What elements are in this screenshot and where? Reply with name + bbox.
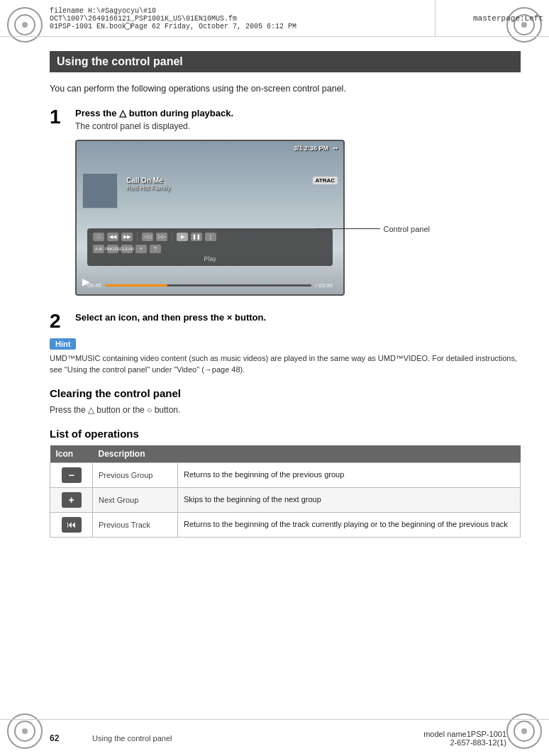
ctrl-prev2-icon: ◁◁ [142,233,153,241]
step-2: 2 Select an icon, and then press the × b… [50,311,521,331]
screen-play-btn: ▶ [82,276,90,287]
ctrl-next2-icon: ▷▷ [156,233,167,241]
prev-group-icon: − [62,467,82,483]
step-1-desc: The control panel is displayed. [75,121,521,131]
operations-table: Icon Description − Previous Group Return… [50,445,521,538]
icon-cell-1: − [50,462,93,487]
ctrl-step-icon: | [205,233,216,241]
control-label: Play [93,255,327,262]
bookinfo: 01PSP-1001 EN.book Page 62 Friday, Octob… [50,23,429,30]
ctrl-play-icon: ▶ [177,233,188,241]
page-number: 62 [0,733,85,743]
callout-label: Control panel [384,225,430,233]
step-1-number: 1 [50,107,71,127]
main-content: Using the control panel You can perform … [50,37,521,719]
clearing-heading: Clearing the control panel [50,387,521,399]
psp-screen: 3/1 2:36 PM ▪▪ Call On Me Red Hot Family… [75,140,345,296]
prev-track-desc: Returns to the beginning of the track cu… [178,512,521,537]
ctrl-next-icon: ▶▶ [121,233,133,241]
ctrl-question-icon: ? [150,245,161,253]
time-total: / 03:00 [316,282,333,289]
page-label: Using the control panel [85,734,421,743]
hint-text: UMD™MUSIC containing video content (such… [50,352,521,376]
ctrl-prev-icon: ◀◀ [107,233,118,241]
clearing-section: Clearing the control panel Press the △ b… [50,387,521,416]
ctrl-sep-1 [137,232,138,242]
model-line1: model name1PSP-1001 [421,730,506,738]
battery-icon: ▪▪ [333,145,338,152]
ctrl-pmode-icon: PMODE [107,245,118,253]
icon-cell-2: + [50,487,93,512]
track-artist: Red Hot Family [126,184,170,191]
progress-bar-bg [106,284,311,287]
track-title: Call On Me [126,177,170,184]
psp-screen-container: 3/1 2:36 PM ▪▪ Call On Me Red Hot Family… [75,140,345,296]
prev-group-desc: Returns to the beginning of the previous… [178,462,521,487]
ctrl-plus-icon: + [135,245,147,253]
clearing-desc: Press the △ button or the ○ button. [50,404,521,416]
ctrl-stop-icon: □ [93,233,104,241]
filename: filename H:\#Sagyocyu\#10 [50,7,429,15]
hint-label: Hint [50,338,76,350]
screen-status-bar: 3/1 2:36 PM ▪▪ [294,145,338,152]
intro-text: You can perform the following operations… [50,82,521,96]
step-2-title: Select an icon, and then press the × but… [75,311,521,324]
col-header-description: Description [93,445,521,463]
step-1-content: Press the △ button during playback. The … [75,107,521,304]
model-line2: 2-657-883-12(1) [421,738,506,747]
col-header-icon: Icon [50,445,93,463]
control-panel-callout: Control panel [316,225,430,233]
next-group-name: Next Group [93,487,178,512]
next-group-desc: Skips to the beginning of the next group [178,487,521,512]
atrac-badge: ATRAC [313,177,338,184]
section-heading: Using the control panel [50,51,521,72]
masterpage: masterpage:Left [473,14,543,23]
header-left: filename H:\#Sagyocyu\#10 OCT\1007\26491… [0,0,436,36]
progress-row: 00:45 / 03:00 [87,282,333,289]
ctrl-sep-2 [172,232,172,242]
section-title: Using the control panel [57,55,183,67]
page-marker-dot [124,23,131,30]
prev-track-name: Previous Track [93,512,178,537]
progress-bar-fill [106,284,167,287]
step-1: 1 Press the △ button during playback. Th… [50,107,521,304]
step-2-number: 2 [50,311,71,331]
album-thumbnail [82,173,118,209]
list-heading: List of operations [50,428,521,440]
step-1-title: Press the △ button during playback. [75,107,521,120]
ctrl-ab-icon: A-B [93,245,104,253]
ctrl-pause-icon: ❚❚ [191,233,202,241]
list-section: List of operations Icon Description − Pr… [50,428,521,538]
control-panel-bar: □ ◀◀ ▶▶ ◁◁ ▷▷ ▶ ❚❚ | A-B [87,228,333,266]
bottom-strip: 62 Using the control panel model name1PS… [0,719,549,756]
callout-line [316,228,380,229]
icon-cell-3: ⏮ [50,512,93,537]
table-row: ⏮ Previous Track Returns to the beginnin… [50,512,521,537]
control-icons-row: □ ◀◀ ▶▶ ◁◁ ▷▷ ▶ ❚❚ | [93,232,327,242]
table-row: + Next Group Skips to the beginning of t… [50,487,521,512]
hint-box: Hint UMD™MUSIC containing video content … [50,338,521,376]
table-row: − Previous Group Returns to the beginnin… [50,462,521,487]
ctrl-clear-icon: CLEAR [121,245,133,253]
top-header: filename H:\#Sagyocyu\#10 OCT\1007\26491… [0,0,549,37]
next-group-icon: + [62,492,82,508]
model-area: model name1PSP-1001 2-657-883-12(1) [421,730,549,747]
filepath: OCT\1007\2649166121_PSP1001K_US\01EN10MU… [50,15,429,23]
screen-status-text: 3/1 2:36 PM [294,145,328,152]
header-right: masterpage:Left [436,0,549,36]
prev-track-icon: ⏮ [62,517,82,533]
step-2-content: Select an icon, and then press the × but… [75,311,521,324]
screen-track-info: Call On Me Red Hot Family [126,177,170,191]
prev-group-name: Previous Group [93,462,178,487]
